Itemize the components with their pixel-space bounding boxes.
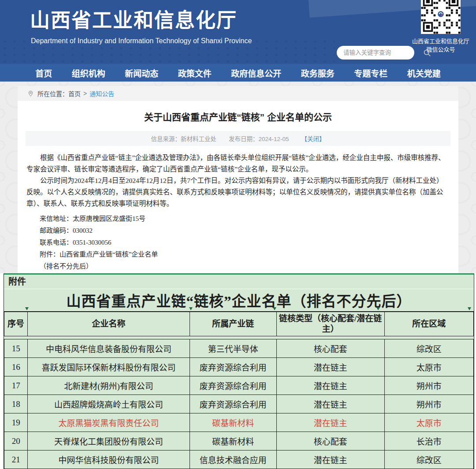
industry-chain: 信息技术融合应用 xyxy=(190,450,276,469)
region: 长治市 xyxy=(384,432,473,450)
nav-item-services[interactable]: 政务服务 xyxy=(301,67,335,79)
core-type: 核心配套 xyxy=(276,339,384,358)
row-no: 18 xyxy=(4,395,28,413)
wechat-qr-block: 山西省工业和信息化厅 微信公众号 xyxy=(408,0,473,54)
filter-triangle-icon xyxy=(25,307,29,310)
qr-caption: 山西省工业和信息化厅 微信公众号 xyxy=(408,37,473,54)
location-pin-icon xyxy=(27,90,34,97)
core-type: 潜在链主 xyxy=(276,450,384,469)
filter-triangle-icon xyxy=(376,307,380,310)
article-paragraph: 公示时间为2024年12月4日至2024年12月12日，共7个工作日。对公示内容… xyxy=(26,175,450,209)
site-title: 山西省工业和信息化厅 xyxy=(30,4,252,33)
nav-item-special-columns[interactable]: 专题专栏 xyxy=(354,67,387,79)
breadcrumb-home[interactable]: 首页 xyxy=(68,89,81,98)
breadcrumb-prefix: 所在位置： xyxy=(37,89,68,98)
company-table-body: 15中电科风华信息装备股份有限公司第三代半导体核心配套综改区16喜跃发国际环保新… xyxy=(4,339,474,469)
qr-finder-top-left xyxy=(423,0,433,6)
table-row: 18山西超牌煅烧高岭土有限公司废弃资源综合利用潜在链主朔州市 xyxy=(4,395,474,413)
site-brand: 山西省工业和信息化厅 Department of Industry and In… xyxy=(30,4,252,45)
main-nav: 首页 组织机构 新闻动态 政策文件 政府信息公开 政务服务 专题专栏 机关党建 xyxy=(0,64,476,82)
table-row: 20天脊煤化工集团股份有限公司碳基新材料核心配套长治市 xyxy=(4,432,474,450)
article-paragraph: 根据《山西省重点产业链“链主”企业遴选及管理办法》，由各链长牵头单位组织开展“链… xyxy=(26,152,450,175)
col-header-region: 所在区域 xyxy=(384,312,473,336)
company-name: 喜跃发国际环保新材料股份有限公司 xyxy=(28,358,190,376)
industry-chain: 废弃资源综合利用 xyxy=(190,376,276,395)
nav-item-organization[interactable]: 组织机构 xyxy=(72,67,105,79)
attachment-reference: 附件：山西省重点产业链“链核”企业名单 xyxy=(26,249,450,261)
nav-item-party-building[interactable]: 机关党建 xyxy=(407,67,441,79)
industry-chain: 废弃资源综合利用 xyxy=(190,358,276,376)
filter-triangle-icon xyxy=(189,307,193,310)
core-type: 潜在链主 xyxy=(276,376,384,395)
row-no: 16 xyxy=(4,358,28,376)
close-link[interactable]: 【关闭】 xyxy=(301,134,325,143)
nav-item-government-info[interactable]: 政府信息公开 xyxy=(231,67,281,79)
nav-item-policy-documents[interactable]: 政策文件 xyxy=(178,67,212,79)
row-no: 19 xyxy=(4,413,28,432)
search-box[interactable] xyxy=(337,46,414,60)
table-row: 21中网华信科技股份有限公司信息技术融合应用潜在链主综改区 xyxy=(4,450,474,469)
article-meta-bar: 信息来源：新材料工业处 发布日期：2024-12-05 【关闭】 xyxy=(26,131,450,146)
content-background: 所在位置： 首页 > 通知公告 关于山西省重点产业链“链核” 企业名单的公示 信… xyxy=(0,82,476,273)
breadcrumb-separator: > xyxy=(83,90,87,97)
industry-chain: 碳基新材料 xyxy=(190,432,276,450)
region: 综改区 xyxy=(384,339,473,358)
attachment-section: 附件 山西省重点产业链“链核”企业名单（排名不分先后） 序号 企业名称 所属产业… xyxy=(0,273,476,469)
qr-caption-line2: 微信公众号 xyxy=(408,45,473,54)
contact-address: 来信地址：太原唐槐园区龙盛街15号 xyxy=(26,213,450,225)
region: 朔州市 xyxy=(384,395,473,413)
core-type: 核心配套 xyxy=(276,432,384,450)
row-no: 15 xyxy=(4,339,28,358)
article-source: 信息来源：新材料工业处 xyxy=(151,134,216,143)
qr-finder-top-right xyxy=(449,0,459,6)
attachment-label: 附件 xyxy=(4,275,474,289)
article-card: 所在位置： 首页 > 通知公告 关于山西省重点产业链“链核” 企业名单的公示 信… xyxy=(18,86,458,273)
nav-item-news[interactable]: 新闻动态 xyxy=(125,67,158,79)
row-no: 17 xyxy=(4,376,28,395)
col-header-company: 企业名称 xyxy=(28,312,190,336)
core-type: 潜在链主 xyxy=(276,358,384,376)
breadcrumb-current[interactable]: 通知公告 xyxy=(89,89,114,98)
contact-postcode: 邮政编码：030032 xyxy=(26,225,450,237)
row-no: 20 xyxy=(4,432,28,450)
row-no: 21 xyxy=(4,450,28,469)
table-row: 19太原黑猫炭黑有限责任公司碳基新材料潜在链主太原市 xyxy=(4,413,474,432)
qr-caption-line1: 山西省工业和信息化厅 xyxy=(408,37,473,45)
company-name: 北新建材(朔州)有限公司 xyxy=(28,376,190,395)
table-row: 16喜跃发国际环保新材料股份有限公司废弃资源综合利用潜在链主太原市 xyxy=(4,358,474,376)
company-name: 太原黑猫炭黑有限责任公司 xyxy=(28,413,190,432)
table-row: 15中电科风华信息装备股份有限公司第三代半导体核心配套综改区 xyxy=(4,339,474,358)
site-header: 山西省工业和信息化厅 Department of Industry and In… xyxy=(0,0,476,64)
qr-code-icon xyxy=(421,0,461,34)
ranking-note: （排名不分先后） xyxy=(26,261,450,272)
industry-chain: 第三代半导体 xyxy=(190,339,276,358)
site-subtitle-en: Department of Industry and Information T… xyxy=(31,37,252,45)
qr-finder-bottom-left xyxy=(423,22,433,32)
article-body: 根据《山西省重点产业链“链主”企业遴选及管理办法》，由各链长牵头单位组织开展“链… xyxy=(18,146,458,209)
nav-item-home[interactable]: 首页 xyxy=(35,67,52,79)
region: 太原市 xyxy=(384,358,473,376)
breadcrumb: 所在位置： 首页 > 通知公告 xyxy=(18,86,458,101)
core-type: 潜在链主 xyxy=(276,395,384,413)
company-name: 中网华信科技股份有限公司 xyxy=(28,450,190,469)
attachment-sheet: 附件 山西省重点产业链“链核”企业名单（排名不分先后） 序号 企业名称 所属产业… xyxy=(4,273,474,469)
company-table: 序号 企业名称 所属产业链 链核类型（核心配套/潜在链主） 所在区域 15中电科… xyxy=(4,312,474,469)
filter-triangle-icon xyxy=(273,307,276,310)
col-header-no: 序号 xyxy=(4,312,28,336)
table-spacer xyxy=(4,336,474,339)
col-header-industry-chain: 所属产业链 xyxy=(190,312,276,336)
col-header-core-type: 链核类型（核心配套/潜在链主） xyxy=(276,312,384,336)
company-name: 天脊煤化工集团股份有限公司 xyxy=(28,432,190,450)
table-header-row: 序号 企业名称 所属产业链 链核类型（核心配套/潜在链主） 所在区域 xyxy=(4,312,474,336)
contact-phone: 联系电话：0351-3030056 xyxy=(26,237,450,249)
region: 太原市 xyxy=(384,413,473,432)
table-row: 17北新建材(朔州)有限公司废弃资源综合利用潜在链主朔州市 xyxy=(4,376,474,395)
region: 朔州市 xyxy=(384,376,473,395)
filter-triangle-icon xyxy=(468,307,471,310)
industry-chain: 废弃资源综合利用 xyxy=(190,395,276,413)
attachment-table-title: 山西省重点产业链“链核”企业名单（排名不分先后） xyxy=(67,290,412,311)
company-name: 山西超牌煅烧高岭土有限公司 xyxy=(28,395,190,413)
industry-chain: 碳基新材料 xyxy=(190,413,276,432)
region: 综改区 xyxy=(384,450,473,469)
core-type: 潜在链主 xyxy=(276,413,384,432)
